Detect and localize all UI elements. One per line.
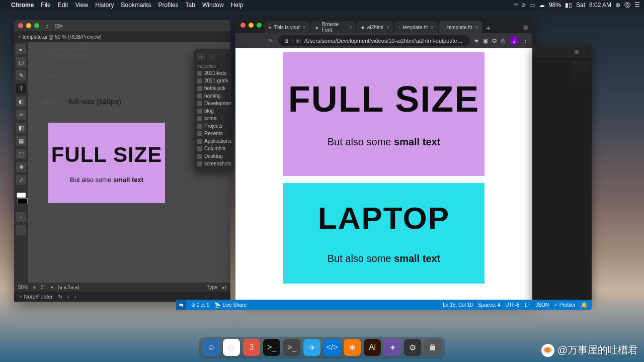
finder-item-development[interactable]: Development — [194, 100, 231, 107]
dock-app[interactable]: ☺ — [203, 339, 220, 356]
notifications-icon[interactable]: 🔔 — [581, 301, 588, 308]
finder-item-screenshots[interactable]: screenshots — [194, 160, 231, 167]
remote-indicator[interactable]: ⇆ — [176, 300, 186, 310]
profile-avatar[interactable]: J — [510, 36, 519, 45]
dock-app[interactable]: ✈ — [303, 339, 320, 356]
eraser-tool[interactable]: ⬚ — [16, 149, 26, 159]
menu-view[interactable]: View — [75, 2, 88, 9]
browser-tab[interactable]: ▲Browse Font× — [311, 21, 356, 33]
wifi-icon[interactable]: ⌔ — [514, 2, 518, 9]
more-icon[interactable]: ⋯ — [583, 48, 589, 55]
chrome-menu-icon[interactable]: ⋮ — [523, 38, 528, 44]
scissors-tool[interactable]: ✂ — [16, 110, 26, 120]
dock-app[interactable]: ◎ — [223, 339, 240, 356]
menu-profiles[interactable]: Profiles — [158, 2, 179, 9]
battery-icon[interactable]: ▮▯ — [565, 2, 572, 9]
ext-icon-2[interactable]: ✪ — [492, 38, 497, 44]
finder-item-soma[interactable]: soma — [194, 115, 231, 122]
finder-item-recents[interactable]: Recents — [194, 130, 231, 137]
dock-app[interactable]: 3 — [243, 339, 260, 356]
close-tab-icon[interactable]: × — [475, 25, 478, 30]
encoding[interactable]: UTF-8 — [505, 302, 519, 308]
arrange-icon[interactable]: ▥▾ — [55, 23, 63, 29]
finder-item-naming[interactable]: naming — [194, 92, 231, 100]
problems-indicator[interactable]: ⊘ 0 ⚠ 0 — [191, 302, 209, 308]
finder-back[interactable]: ‹ — [197, 53, 205, 60]
page-nav[interactable]: |◂ ◂ 3 ▸ ▸| — [58, 285, 79, 290]
screen-mode-tool[interactable]: ▫ — [16, 212, 26, 222]
extensions-icon[interactable]: ◎ — [501, 38, 506, 44]
browser-tab[interactable]: ◆ai2html× — [357, 21, 393, 33]
home-icon[interactable]: ⌂ — [45, 23, 49, 29]
cloud-icon[interactable]: ☁ — [539, 2, 545, 9]
finder-item-projects[interactable]: Projects — [194, 122, 231, 130]
close-tab-icon[interactable]: × — [303, 25, 306, 30]
screencast-icon[interactable]: ⎚ — [522, 2, 525, 9]
reload-button[interactable]: ⟳ — [266, 38, 275, 44]
finder-item-columbia[interactable]: Columbia — [194, 145, 231, 152]
direct-select-tool[interactable]: ▢ — [16, 57, 26, 67]
new-tab-button[interactable]: + — [483, 23, 493, 33]
app-name[interactable]: Chrome — [11, 2, 34, 9]
dock-app[interactable]: ✱ — [344, 339, 361, 356]
play-icon[interactable]: ▸| — [222, 285, 226, 290]
finder-item-2021-grafx[interactable]: 2021-grafx — [194, 77, 231, 84]
browser-tab[interactable]: ▫template.ht× — [439, 21, 482, 33]
spotlight-icon[interactable]: ⊕ — [615, 2, 620, 9]
menu-tab[interactable]: Tab — [186, 2, 195, 9]
gradient-tool[interactable]: ✥ — [16, 162, 26, 172]
finder-item-2021-lede[interactable]: 2021-lede — [194, 69, 231, 77]
shape-tool[interactable]: ◐ — [16, 97, 26, 107]
minimize-icon[interactable] — [26, 23, 31, 28]
menu-window[interactable]: Window — [202, 2, 224, 9]
ext-icon-1[interactable]: ▣ — [483, 38, 488, 44]
dock-app[interactable]: ✦ — [384, 339, 401, 356]
chrome-zoom-icon[interactable] — [257, 23, 262, 28]
dock-app[interactable]: Ai — [364, 339, 381, 356]
close-tab-icon[interactable]: × — [386, 25, 389, 30]
browser-tab[interactable]: ▫template.ht× — [394, 21, 438, 33]
nav-forward-button[interactable]: → — [253, 38, 262, 44]
zoom-icon[interactable] — [34, 23, 39, 28]
fill-swatch[interactable] — [16, 192, 26, 198]
indent-setting[interactable]: Spaces: 4 — [478, 302, 500, 308]
finder-fwd[interactable]: › — [207, 53, 215, 60]
language-mode[interactable]: JSON — [535, 302, 549, 308]
zoom-level[interactable]: 50% — [18, 285, 28, 290]
chrome-minimize-icon[interactable] — [249, 23, 254, 28]
close-icon[interactable] — [18, 23, 23, 28]
close-tab-icon[interactable]: × — [431, 25, 434, 30]
siri-icon[interactable]: Ⓢ — [624, 1, 630, 10]
eol[interactable]: LF — [525, 302, 531, 308]
address-bar[interactable]: 🗎 File /Users/soma/Development/videos/10… — [279, 35, 470, 46]
chrome-fullscreen-icon[interactable] — [523, 25, 528, 30]
menu-help[interactable]: Help — [231, 2, 244, 9]
nav-back[interactable]: ‹ — [67, 294, 69, 300]
scale-tool[interactable]: ▦ — [16, 136, 26, 146]
illustrator-doc-tab[interactable]: × template.ai @ 50 % (RGB/Preview) — [14, 31, 230, 42]
type-tool[interactable]: T — [16, 83, 26, 94]
live-share-button[interactable]: 📡 Live Share — [214, 302, 247, 308]
prettier-status[interactable]: ✓ Prettier — [554, 302, 576, 308]
chrome-viewport[interactable]: FULL SIZE But also some small text LAPTO… — [235, 48, 532, 302]
stroke-swatch[interactable] — [18, 198, 28, 204]
dock-app[interactable]: >_ — [283, 339, 300, 356]
nav-back-button[interactable]: ← — [239, 38, 249, 44]
artboard-full-size[interactable]: FULL SIZE But also some small text — [48, 123, 165, 203]
cursor-position[interactable]: Ln 15, Col 10 — [443, 302, 473, 308]
rotation[interactable]: 0° — [41, 285, 46, 290]
menu-bookmarks[interactable]: Bookmarks — [121, 2, 151, 9]
split-editor-icon[interactable]: ▥ — [574, 48, 579, 55]
finder-item-bottlejack[interactable]: bottlejack — [194, 84, 231, 92]
selection-tool[interactable]: ▸ — [16, 44, 26, 54]
dock-app[interactable]: ⚙ — [404, 339, 421, 356]
finder-item-desktop[interactable]: Desktop — [194, 152, 231, 160]
dock-app[interactable]: </> — [324, 339, 341, 356]
menu-history[interactable]: History — [95, 2, 114, 9]
illustrator-titlebar[interactable]: ⌂ ▥▾ — [14, 20, 230, 31]
add-note-button[interactable]: + Note/Folder — [19, 294, 53, 300]
menu-edit[interactable]: Edit — [58, 2, 68, 9]
dock-app[interactable]: >_ — [263, 339, 280, 356]
eyedropper-tool[interactable]: ⤢ — [16, 175, 26, 185]
chrome-close-icon[interactable] — [240, 23, 246, 28]
